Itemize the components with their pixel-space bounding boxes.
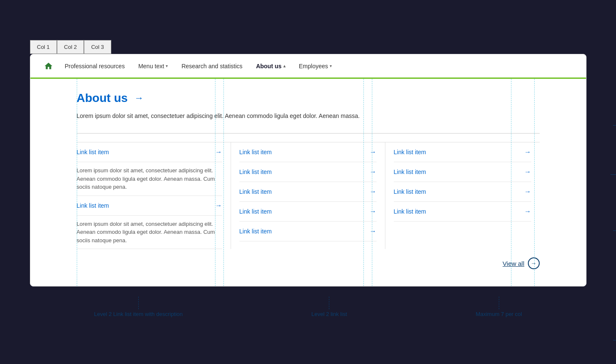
nav-employees[interactable]: Employees ▾ xyxy=(292,54,339,78)
view-all-arrow-icon: → xyxy=(531,260,537,267)
arrow-icon: → xyxy=(370,228,377,235)
navbar: Professional resources Menu text ▾ Resea… xyxy=(30,54,586,79)
column-3: Link list item → Link list item → Link l… xyxy=(385,142,540,249)
nav-research[interactable]: Research and statistics xyxy=(175,54,249,78)
annotation-line-2 xyxy=(613,230,616,231)
arrow-icon: → xyxy=(525,148,531,156)
hr-line-ann xyxy=(611,174,616,175)
column-labels: Col 1 Col 2 Col 3 xyxy=(30,40,586,54)
chevron-down-icon-2: ▾ xyxy=(330,64,332,68)
link-list-item[interactable]: Link list item → xyxy=(394,182,531,202)
description-text: Lorem ipsum dolor sit amet, consectetuer… xyxy=(77,162,222,196)
bottom-ann-3: Maximum 7 per col xyxy=(476,297,522,317)
nav-professional-resources[interactable]: Professional resources xyxy=(58,54,132,78)
arrow-icon: → xyxy=(370,208,377,215)
bottom-ann-1: Level 2 Link list item with description xyxy=(94,297,183,317)
arrow-icon: → xyxy=(215,148,222,156)
about-heading: About us → xyxy=(77,91,540,105)
link-list-item[interactable]: Link list item → xyxy=(394,202,531,222)
view-all-arrow-circle[interactable]: → xyxy=(528,257,540,269)
hr-annotation: HR (LG) xyxy=(611,169,616,180)
link-list-item[interactable]: Link list item → xyxy=(77,142,222,162)
arrow-icon: → xyxy=(370,148,377,156)
three-column-grid: Link list item → Lorem ipsum dolor sit a… xyxy=(77,142,540,249)
chevron-down-icon: ▾ xyxy=(166,64,168,68)
annotation-line-1 xyxy=(613,125,616,126)
annotation-line-3 xyxy=(613,340,616,340)
bottom-ann-line-1 xyxy=(138,297,139,309)
col-label-3: Col 3 xyxy=(84,40,111,54)
description-text: Lorem ipsum dolor sit amet, consectetuer… xyxy=(77,216,222,249)
annotation-1: 1 xyxy=(613,120,616,130)
heading-arrow[interactable]: → xyxy=(134,93,144,104)
content-area: About us → Lorem ipsum dolor sit amet, c… xyxy=(30,79,586,286)
link-list-item[interactable]: Link list item → xyxy=(239,142,377,162)
arrow-icon: → xyxy=(525,168,531,176)
intro-text: Lorem ipsum dolor sit amet, consectetuer… xyxy=(77,112,540,120)
column-2: Link list item → Link list item → Link l… xyxy=(231,142,385,249)
link-list-item[interactable]: Link list item → xyxy=(239,222,377,241)
nav-about-us[interactable]: About us ▴ xyxy=(249,54,292,78)
page-title: About us xyxy=(77,91,128,105)
bottom-annotations: Level 2 Link list item with description … xyxy=(30,290,586,324)
link-list-item[interactable]: Link list item → xyxy=(394,142,531,162)
column-1: Link list item → Lorem ipsum dolor sit a… xyxy=(77,142,231,249)
link-list-item[interactable]: Link list item → xyxy=(239,162,377,182)
annotation-3: 3 xyxy=(613,335,616,345)
bottom-ann-line-2 xyxy=(329,297,329,309)
link-list-item[interactable]: Link list item → xyxy=(239,182,377,202)
arrow-icon: → xyxy=(370,168,377,176)
col-label-2: Col 2 xyxy=(57,40,84,54)
arrow-icon: → xyxy=(525,188,531,195)
outer-wrapper: Col 1 Col 2 Col 3 Professional resources… xyxy=(30,40,586,324)
arrow-icon: → xyxy=(370,188,377,195)
bottom-ann-2: Level 2 link list xyxy=(311,297,347,317)
col-label-1: Col 1 xyxy=(30,40,57,54)
link-list-item[interactable]: Link list item → xyxy=(77,196,222,216)
bottom-ann-line-3 xyxy=(499,297,499,309)
arrow-icon: → xyxy=(525,208,531,215)
home-icon xyxy=(44,62,53,71)
link-list-item[interactable]: Link list item → xyxy=(239,202,377,222)
nav-menu-text[interactable]: Menu text ▾ xyxy=(132,54,175,78)
annotation-2: 2 xyxy=(613,225,616,236)
home-nav[interactable] xyxy=(39,54,58,78)
link-list-item[interactable]: Link list item → xyxy=(394,162,531,182)
main-card: Professional resources Menu text ▾ Resea… xyxy=(30,54,586,286)
view-all-link[interactable]: View all xyxy=(503,260,524,267)
chevron-up-icon: ▴ xyxy=(283,64,285,68)
view-all-row: View all → xyxy=(77,249,540,273)
horizontal-rule xyxy=(77,133,540,134)
arrow-icon: → xyxy=(215,202,222,209)
